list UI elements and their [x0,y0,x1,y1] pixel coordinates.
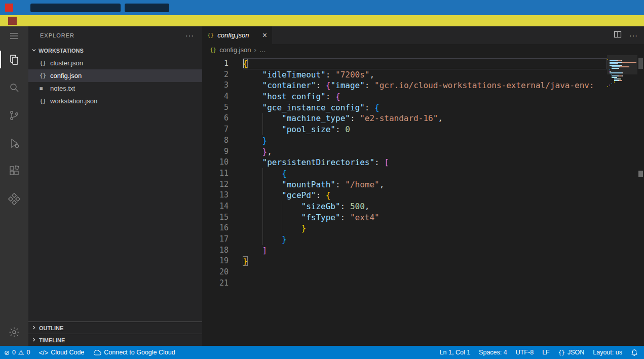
code-line-21[interactable]: 21 [202,278,607,289]
code-line-10[interactable]: 10"persistentDirectories": [ [202,157,607,168]
banner-logo [8,17,17,25]
explorer-view-button[interactable] [0,46,28,73]
code-line-13[interactable]: 13"gcePd": { [202,190,607,201]
extensions-icon [8,165,20,177]
cursor-position[interactable]: Ln 1, Col 1 [440,349,470,356]
code-line-2[interactable]: 2"idleTimeout": "7200s", [202,69,607,81]
json-file-icon: {} [40,98,47,104]
cloud-icon [93,349,101,355]
text-file-icon: ≡ [40,85,47,92]
breadcrumb-file[interactable]: config.json [219,46,251,54]
encoding-setting[interactable]: UTF-8 [516,349,534,356]
scrollbar-thumb[interactable] [638,58,643,69]
file-name: workstation.json [50,97,97,105]
cloud-code-view-button[interactable] [0,185,28,213]
line-number: 14 [202,201,229,212]
browser-title-bar [0,0,644,15]
line-number: 10 [202,157,229,168]
line-number: 16 [202,223,229,234]
json-file-icon: {} [210,47,216,53]
connect-google-cloud-button[interactable]: Connect to Google Cloud [93,349,175,356]
extensions-button[interactable] [0,157,28,185]
search-icon [8,82,20,94]
file-row-config.json[interactable]: {}config.json [28,69,202,82]
keyboard-layout[interactable]: Layout: us [593,349,622,356]
code-line-7[interactable]: 7"pool_size": 0 [202,124,607,135]
line-number: 19 [202,256,229,267]
code-line-15[interactable]: 15"fsType": "ext4" [202,212,607,223]
settings-gear-button[interactable] [0,318,28,346]
source-control-icon [8,109,20,122]
file-name: notes.txt [50,85,75,92]
explorer-sidebar: EXPLORER ··· WORKSTATIONS {}cluster.json… [28,26,202,346]
line-number: 12 [202,179,229,190]
breadcrumb-more[interactable]: … [259,46,266,54]
diamond-sparkle-icon [8,193,20,205]
file-row-notes.txt[interactable]: ≡notes.txt [28,82,202,95]
editor-more-actions-button[interactable]: ··· [629,31,638,39]
connect-label: Connect to Google Cloud [104,349,175,356]
json-file-icon: {} [40,60,47,66]
code-line-8[interactable]: 8} [202,135,607,146]
code-line-9[interactable]: 9}, [202,146,607,157]
indentation-setting[interactable]: Spaces: 4 [479,349,507,356]
section-timeline[interactable]: TIMELINE [28,334,202,346]
code-line-4[interactable]: 4"host_config": { [202,91,607,102]
line-number: 8 [202,135,229,146]
section-workstations[interactable]: WORKSTATIONS [28,45,202,57]
explorer-title: EXPLORER [40,32,74,38]
file-row-workstation.json[interactable]: {}workstation.json [28,95,202,107]
bell-icon [631,349,638,356]
chevron-right-icon [31,325,36,331]
cloud-code-status-button[interactable]: </> Cloud Code [39,349,84,356]
code-line-3[interactable]: 3"container": {"image": "gcr.io/cloud-wo… [202,80,607,91]
code-line-11[interactable]: 11{ [202,168,607,179]
problems-indicator[interactable]: ⊘ 0 ⚠ 0 [4,349,30,356]
search-view-button[interactable] [0,73,28,101]
menu-button[interactable] [0,26,28,46]
explorer-more-actions-button[interactable]: ··· [185,26,194,45]
code-line-17[interactable]: 17} [202,234,607,245]
chevron-right-icon [31,337,36,343]
code-line-5[interactable]: 5"gce_instance_config": { [202,102,607,113]
file-name: config.json [50,72,82,79]
code-icon: </> [39,349,48,356]
braces-icon: {} [558,349,565,356]
code-line-19[interactable]: 19} [202,256,607,267]
language-mode[interactable]: {} JSON [558,349,585,356]
code-lines: 1{2"idleTimeout": "7200s",3"container": … [202,58,607,289]
code-editor[interactable]: 1{2"idleTimeout": "7200s",3"container": … [202,55,644,346]
file-row-cluster.json[interactable]: {}cluster.json [28,57,202,69]
notifications-bell-button[interactable] [631,349,638,356]
code-line-20[interactable]: 20 [202,267,607,278]
minimap[interactable] [608,59,636,91]
json-file-icon: {} [40,72,47,79]
code-line-6[interactable]: 6"machine_type": "e2-standard-16", [202,113,607,124]
browser-tab[interactable] [30,4,121,12]
tab-config-json[interactable]: {} config.json × [202,26,272,44]
line-number: 4 [202,91,229,102]
browser-tab[interactable] [125,4,169,12]
section-outline[interactable]: OUTLINE [28,322,202,334]
chevron-down-icon [31,48,36,54]
code-line-18[interactable]: 18] [202,245,607,256]
close-tab-icon[interactable]: × [262,31,267,39]
files-icon [8,54,20,66]
line-number: 6 [202,113,229,124]
eol-setting[interactable]: LF [542,349,550,356]
code-line-12[interactable]: 12"mountPath": "/home", [202,179,607,190]
source-control-button[interactable] [0,101,28,129]
code-line-16[interactable]: 16} [202,223,607,234]
breadcrumb[interactable]: {} config.json › … [202,44,644,55]
line-number: 13 [202,190,229,201]
warning-count: 0 [27,349,30,356]
line-number: 11 [202,168,229,179]
code-line-1[interactable]: 1{ [202,58,607,69]
split-editor-button[interactable] [614,30,622,41]
code-line-14[interactable]: 14"sizeGb": 500, [202,201,607,212]
section-label: TIMELINE [39,337,65,343]
line-number: 7 [202,124,229,135]
line-number: 3 [202,80,229,91]
run-debug-button[interactable] [0,129,28,157]
section-label: WORKSTATIONS [39,48,84,54]
